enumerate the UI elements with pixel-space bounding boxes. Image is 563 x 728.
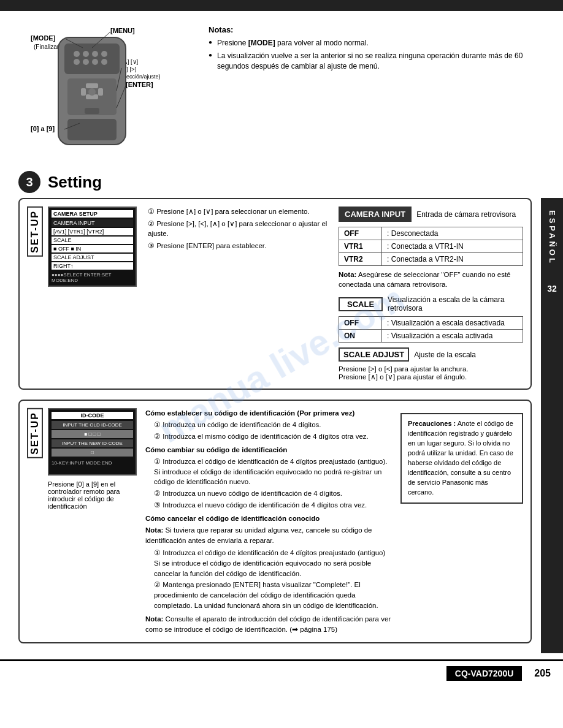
screen-bottom-camera: ●●●●SELECT ENTER:SET MODE:END [52, 272, 133, 283]
camera-setup-box: SET-UP CAMERA SETUP CAMERA INPUT [AV1] [… [18, 198, 532, 390]
change-step-3: ③ Introduzca el nuevo código de identifi… [145, 500, 392, 510]
scale-off-desc: : Visualización a escala desactivada [382, 317, 523, 330]
opt-off-desc: : Desconectada [382, 227, 523, 240]
scale-on-label: ON [339, 330, 382, 343]
step-2: ② Presione [>], [<], [∧] o [∨] para sele… [145, 219, 330, 238]
set-up-label-id: SET-UP [27, 408, 43, 458]
svg-rect-3 [67, 119, 117, 140]
id-screen-title: ID-CODE [52, 412, 133, 419]
id-row-new: INPUT THE NEW ID-CODE [52, 439, 133, 447]
opt-vtr2-label: VTR2 [339, 253, 382, 266]
svg-rect-1 [64, 44, 120, 74]
svg-rect-14 [81, 88, 86, 96]
table-row-vtr1: VTR1 : Conectada a VTR1-IN [339, 240, 523, 253]
first-time-step-1: ① Introduzca un código de identificación… [145, 420, 392, 430]
svg-point-11 [101, 59, 107, 65]
camera-note-bold: Nota: [339, 271, 356, 278]
notes-title: Notas: [209, 25, 545, 34]
table-row-vtr2: VTR2 : Conectada a VTR2-IN [339, 253, 523, 266]
id-input-old: ■ □ □ □ [52, 430, 133, 438]
camera-input-desc: Entrada de cámara retrovisora [416, 210, 516, 219]
opt-vtr2-desc: : Conectada a VTR2-IN [382, 253, 523, 266]
scale-adjust-desc: Ajuste de la escala [414, 351, 476, 359]
change-steps: ① Introduzca el código de identificación… [145, 457, 392, 510]
cancel-step-1: ① Introduzca el código de identificación… [145, 548, 392, 578]
main-content: SET-UP CAMERA SETUP CAMERA INPUT [AV1] [… [0, 198, 541, 653]
remote-diagram: [MODE] (Finalizar) [MENU] [∧] [∨] [<] [>… [31, 22, 190, 159]
cancel-note: Nota: Si tuviera que reparar su unidad a… [145, 525, 392, 545]
step-1: ① Presione [∧] o [∨] para seleccionar un… [145, 207, 330, 216]
svg-point-9 [83, 59, 89, 65]
svg-rect-12 [86, 83, 98, 88]
cancel-title: Cómo cancelar el código de identificació… [145, 514, 392, 524]
scale-off-label: OFF [339, 317, 382, 330]
svg-rect-15 [98, 88, 103, 96]
scale-title: SCALE [339, 297, 383, 311]
id-row-old: INPUT THE OLD ID-CODE [52, 421, 133, 429]
svg-point-4 [74, 51, 80, 57]
bottom-bar: CQ-VAD7200U 205 [0, 659, 563, 686]
remote-svg: [MODE] (Finalizar) [MENU] [∧] [∨] [<] [>… [31, 22, 190, 157]
id-left-col: ID-CODE INPUT THE OLD ID-CODE ■ □ □ □ IN… [48, 408, 137, 510]
final-note-text: Consulte el aparato de introducción del … [145, 615, 391, 633]
scale-adjust-title: SCALE ADJUST [339, 347, 409, 362]
section-heading: 3 Setting [0, 165, 563, 198]
svg-point-16 [88, 88, 96, 96]
screen-row-right: RIGHT↑ [52, 262, 133, 270]
table-row-off: OFF : Desconectada [339, 227, 523, 240]
zero-nine-label: [0] a [9] [31, 125, 55, 132]
opt-off-label: OFF [339, 227, 382, 240]
change-step-1: ① Introduzca el código de identificación… [145, 457, 392, 487]
change-title: Cómo cambiar su código de identificación [145, 445, 392, 455]
cancel-note-text: Si tuviera que reparar su unidad alguna … [145, 526, 372, 544]
note-item-1: Presione [MODE] para volver al modo norm… [209, 38, 545, 48]
scale-row-on: ON : Visualización a escala activada [339, 330, 523, 343]
scale-adjust-line1: Presione [>] o [<] para ajustar la anchu… [339, 365, 523, 373]
section-number: 3 [18, 171, 40, 193]
svg-point-5 [83, 51, 89, 57]
id-code-box: SET-UP ID-CODE INPUT THE OLD ID-CODE ■ □… [18, 400, 532, 643]
page-layout: SET-UP CAMERA SETUP CAMERA INPUT [AV1] [… [0, 198, 563, 653]
scale-header: SCALE Visualización a escala de la cámar… [339, 295, 523, 313]
svg-rect-17 [85, 108, 99, 114]
camera-options-table: OFF : Desconectada VTR1 : Conectada a VT… [339, 227, 523, 266]
scale-on-desc: : Visualización a escala activada [382, 330, 523, 343]
camera-note: Nota: Asegúrese de seleccionar "OFF" cua… [339, 270, 523, 289]
opt-vtr1-label: VTR1 [339, 240, 382, 253]
screen-row-scale-adj: SCALE ADJUST [52, 254, 133, 261]
remote-section: [MODE] (Finalizar) [MENU] [∧] [∨] [<] [>… [0, 11, 563, 165]
svg-point-7 [101, 51, 107, 57]
bottom-page: 205 [534, 668, 551, 679]
first-time-step-2: ② Introduzca el mismo código de identifi… [145, 431, 392, 442]
scale-adjust-line2: Presione [∧] o [∨] para ajustar el ángul… [339, 373, 523, 381]
scale-adjust-wrapper: SCALE ADJUST Ajuste de la escala [339, 347, 476, 362]
camera-input-header: CAMERA INPUT Entrada de cámara retroviso… [339, 207, 523, 222]
first-time-steps: ① Introduzca un código de identificación… [145, 420, 392, 441]
screen-row-scale-val: ■ OFF ■ IN [52, 245, 133, 252]
note-item-2: La visualización vuelve a ser la anterio… [209, 51, 545, 72]
camera-input-panel: CAMERA INPUT Entrada de cámara retroviso… [339, 207, 523, 381]
step-3: ③ Presione [ENTER] para establecer. [145, 241, 330, 251]
screen-row-scale: SCALE [52, 237, 133, 244]
precautions-box: Precauciones : Anote el código de identi… [400, 413, 523, 504]
final-note-bold: Nota: [145, 615, 163, 623]
right-sidebar: ESPAÑOL 32 [541, 198, 563, 653]
scale-options-table: OFF : Visualización a escala desactivada… [339, 316, 523, 343]
change-step-2: ② Introduzca un nuevo código de identifi… [145, 488, 392, 499]
bottom-model: CQ-VAD7200U [446, 666, 522, 681]
steps-list-camera: ① Presione [∧] o [∨] para seleccionar un… [145, 207, 330, 251]
finalizar-label: (Finalizar) [34, 44, 61, 50]
sidebar-letters: ESPAÑOL [548, 210, 557, 265]
precautions-title: Precauciones : [408, 420, 456, 427]
final-note: Nota: Consulte el aparato de introducció… [145, 614, 392, 634]
id-input-new: □ [52, 449, 133, 457]
top-bar [0, 0, 563, 11]
menu-label: [MENU] [110, 27, 135, 34]
screen-row-camera-input: CAMERA INPUT [52, 219, 133, 227]
scale-adjust-section: SCALE ADJUST Ajuste de la escala Presion… [339, 347, 523, 381]
cancel-note-bold: Nota: [145, 526, 163, 534]
precautions-text: Anote el código de identificación regist… [408, 420, 513, 496]
cancel-steps: ① Introduzca el código de identificación… [145, 548, 392, 610]
notes-section: Notas: Presione [MODE] para volver al mo… [209, 22, 545, 159]
sidebar-page-num: 32 [547, 284, 557, 294]
